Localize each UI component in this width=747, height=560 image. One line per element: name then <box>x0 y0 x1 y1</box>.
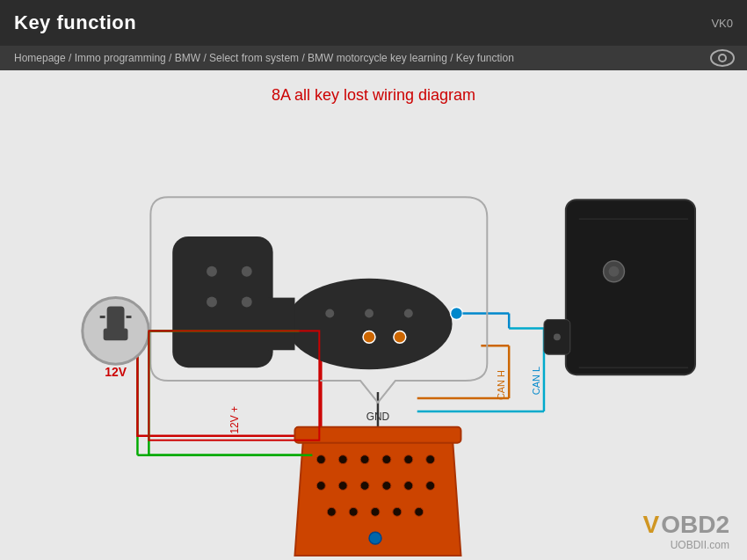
svg-point-41 <box>327 507 336 516</box>
svg-point-51 <box>554 333 561 340</box>
svg-point-37 <box>360 481 369 490</box>
svg-point-36 <box>338 481 347 490</box>
svg-point-16 <box>207 297 217 308</box>
watermark-url: UOBDII.com <box>671 539 729 551</box>
svg-point-38 <box>382 481 391 490</box>
svg-point-20 <box>325 309 334 318</box>
svg-point-33 <box>404 455 413 464</box>
svg-point-49 <box>609 266 620 277</box>
breadcrumb-text: Homepage / Immo programming / BMW / Sele… <box>14 52 514 64</box>
svg-point-21 <box>365 309 374 318</box>
svg-point-14 <box>207 266 217 277</box>
svg-point-39 <box>404 481 413 490</box>
svg-point-43 <box>371 507 380 516</box>
watermark-obd: OBD2 <box>661 511 729 539</box>
svg-text:CAN H: CAN H <box>496 370 506 400</box>
svg-point-22 <box>404 309 413 318</box>
svg-text:12V: 12V <box>105 365 127 379</box>
svg-point-42 <box>349 507 358 516</box>
header-bar: Key function VK0 <box>0 0 747 46</box>
svg-point-32 <box>382 455 391 464</box>
view-icon[interactable] <box>710 49 735 70</box>
svg-point-30 <box>338 455 347 464</box>
main-content: 8A all key lost wiring diagram <box>0 70 747 560</box>
svg-text:12V +: 12V + <box>228 406 241 434</box>
wiring-diagram: 12V + GND CAN H CAN L 12V <box>0 70 747 560</box>
svg-point-1 <box>719 55 726 62</box>
svg-rect-59 <box>107 307 125 331</box>
svg-rect-47 <box>566 200 695 375</box>
svg-point-29 <box>316 455 325 464</box>
svg-rect-13 <box>172 236 272 367</box>
watermark-v: V <box>643 511 660 539</box>
breadcrumb: Homepage / Immo programming / BMW / Sele… <box>0 46 747 70</box>
svg-text:GND: GND <box>366 411 390 423</box>
svg-point-25 <box>451 308 463 320</box>
svg-point-40 <box>426 481 435 490</box>
svg-point-34 <box>426 455 435 464</box>
svg-point-23 <box>363 331 375 343</box>
svg-text:CAN L: CAN L <box>531 367 541 395</box>
svg-point-0 <box>711 50 734 66</box>
svg-rect-19 <box>269 298 295 351</box>
svg-point-35 <box>316 481 325 490</box>
svg-point-18 <box>286 279 453 369</box>
page-title: Key function <box>14 11 136 34</box>
svg-point-31 <box>360 455 369 464</box>
svg-point-46 <box>369 532 381 544</box>
svg-point-24 <box>394 331 406 343</box>
svg-point-44 <box>393 507 402 516</box>
svg-point-45 <box>415 507 424 516</box>
svg-point-17 <box>242 297 252 308</box>
watermark: V OBD2 UOBDII.com <box>643 511 729 551</box>
svg-rect-62 <box>104 328 128 340</box>
version-label: VK0 <box>711 17 733 30</box>
svg-point-15 <box>242 266 252 277</box>
